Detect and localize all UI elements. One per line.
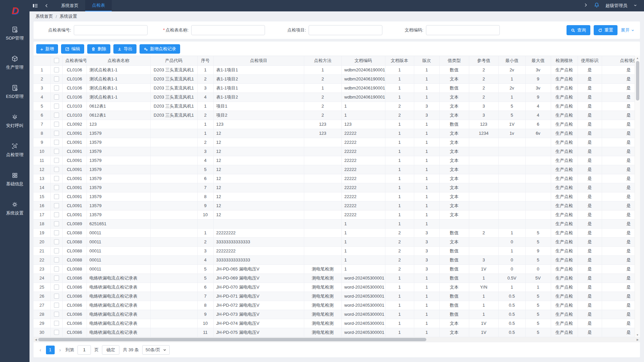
sidebar-item-esd[interactable]: ESD管理 xyxy=(0,84,30,100)
row-checkbox[interactable] xyxy=(54,285,59,290)
vertical-scrollbar[interactable]: ▲ ▼ xyxy=(635,56,640,337)
table-row[interactable]: 1CL0106测试点检表1-1D203 三头直流风机11表1-1项目11wdbm… xyxy=(34,65,635,74)
user-menu-caret-icon[interactable] xyxy=(633,3,637,9)
table-row[interactable]: 18CL00896251651111生产点检是是 xyxy=(34,219,635,228)
row-checkbox[interactable] xyxy=(54,303,59,308)
table-row[interactable]: 8CL0091135791121232222211文本12341v6v生产点检是… xyxy=(34,129,635,138)
vertical-scroll-thumb[interactable] xyxy=(636,61,639,101)
tab-system-home[interactable]: 系统首页 xyxy=(54,0,85,11)
table-row[interactable]: 23CL0088000115JH-PD-065 漏电电压V测电笔检测123数值1… xyxy=(34,264,635,274)
doc-code-input[interactable] xyxy=(426,25,500,35)
forward-arrow-icon[interactable] xyxy=(583,3,588,9)
row-checkbox[interactable] xyxy=(54,294,59,299)
select-all-checkbox[interactable] xyxy=(54,58,59,63)
row-checkbox[interactable] xyxy=(54,276,59,281)
table-row[interactable]: 12CL0091135795122222211文本生产点检是是 xyxy=(34,165,635,174)
row-checkbox[interactable] xyxy=(54,176,59,181)
table-row[interactable]: 15CL0091135798122222211文本生产点检是是 xyxy=(34,192,635,201)
page-number-button[interactable]: 1 xyxy=(46,346,55,354)
add-check-record-button[interactable]: 新增点检记录 xyxy=(140,44,180,54)
sidebar-item-andon[interactable]: 安灯呼叫 xyxy=(0,114,30,129)
sidebar-item-spot-check[interactable]: 点检管理 xyxy=(0,143,30,158)
table-row[interactable]: 3CL0106测试点检表1-1D203 三头直流风机13表1-1项目11wdbm… xyxy=(34,83,635,93)
table-row[interactable]: 19CL008800011122222222123数值215生产点检是是 xyxy=(34,228,635,237)
export-button[interactable]: 导出 xyxy=(113,44,137,54)
row-checkbox[interactable] xyxy=(54,131,59,136)
prev-page-button[interactable]: ‹ xyxy=(38,347,43,353)
back-arrow-icon[interactable] xyxy=(41,0,52,11)
row-checkbox[interactable] xyxy=(54,167,59,172)
sidebar-item-basic-info[interactable]: 基础信息 xyxy=(0,172,30,187)
row-checkbox[interactable] xyxy=(54,149,59,154)
collapse-sidebar-icon[interactable] xyxy=(30,0,41,11)
table-row[interactable]: 29CL0086电烙铁漏电流点检记录表10JH-PD-074 漏电电压V测电笔检… xyxy=(34,319,635,328)
search-button[interactable]: 查询 xyxy=(567,25,590,35)
delete-button[interactable]: 删除 xyxy=(87,44,110,54)
table-row[interactable]: 5CL01030612表1D203 三头直流风机11项目12123文本354生产… xyxy=(34,102,635,111)
page-size-select[interactable]: 50条/页 xyxy=(142,345,170,355)
row-checkbox[interactable] xyxy=(54,203,59,208)
row-checkbox[interactable] xyxy=(54,321,59,326)
expand-toggle[interactable]: 展开 xyxy=(621,27,635,33)
table-row[interactable]: 4CL0106测试点检表1-1D203 三头直流风机14表1-1项目22wdbm… xyxy=(34,93,635,102)
scroll-down-arrow[interactable]: ▼ xyxy=(636,333,639,337)
table-row[interactable]: 21CL008800011322222222123数值19生产点检是是 xyxy=(34,246,635,255)
add-button[interactable]: + 新增 xyxy=(36,44,58,54)
sidebar-item-sop[interactable]: SOP管理 xyxy=(0,26,30,41)
table-row[interactable]: 20CL008800011233333333333333123文本05生产点检是… xyxy=(34,237,635,246)
check-item-input[interactable] xyxy=(309,25,382,35)
row-checkbox[interactable] xyxy=(54,221,59,226)
row-checkbox[interactable] xyxy=(54,257,59,262)
sidebar-item-production[interactable]: 生产管理 xyxy=(0,55,30,70)
table-row[interactable]: 7CL0092123112312312311数值1231V6生产点检是是 xyxy=(34,120,635,129)
table-row[interactable]: 6CL01030612表1D203 三头直流风机12项目22123文本354生产… xyxy=(34,111,635,120)
tab-check-sheet[interactable]: 点检表 xyxy=(85,0,112,11)
row-checkbox[interactable] xyxy=(54,194,59,199)
current-user-label[interactable]: 超级管理员 xyxy=(605,3,627,9)
row-checkbox[interactable] xyxy=(54,158,59,163)
row-checkbox[interactable] xyxy=(54,95,59,100)
row-checkbox[interactable] xyxy=(54,104,59,109)
table-row[interactable]: 16CL0091135799122222211文本生产点检是是 xyxy=(34,201,635,210)
row-checkbox[interactable] xyxy=(54,140,59,145)
table-row[interactable]: 25CL0086电烙铁漏电流点检记录表6JH-PD-070 漏电电压V测电笔检测… xyxy=(34,283,635,292)
edit-button[interactable]: 编辑 xyxy=(61,44,84,54)
table-row[interactable]: 2CL0106测试点检表1-1D203 三头直流风机12表1-1项目22wdbm… xyxy=(34,74,635,83)
table-row[interactable]: 22CL008800011433333333333333123数值305生产点检… xyxy=(34,255,635,264)
horizontal-scroll-thumb[interactable] xyxy=(38,338,426,341)
table-row[interactable]: 27CL0086电烙铁漏电流点检记录表8JH-PD-072 漏电电压V测电笔检测… xyxy=(34,301,635,310)
table-row[interactable]: 30CL0086电烙铁漏电流点检记录表11JH-PD-075 漏电电压V测电笔检… xyxy=(34,328,635,337)
row-checkbox[interactable] xyxy=(54,330,59,335)
row-checkbox[interactable] xyxy=(54,185,59,190)
row-checkbox[interactable] xyxy=(54,67,59,72)
table-row[interactable]: 14CL0091135797122222211文本生产点检是是 xyxy=(34,183,635,192)
row-checkbox[interactable] xyxy=(54,230,59,235)
table-row[interactable]: 26CL0086电烙铁漏电流点检记录表7JH-PD-071 漏电电压V测电笔检测… xyxy=(34,292,635,301)
next-page-button[interactable]: › xyxy=(58,347,62,353)
goto-confirm-button[interactable]: 确定 xyxy=(102,345,119,355)
sidebar-item-system-settings[interactable]: 系统设置 xyxy=(0,201,30,216)
notification-bell-icon[interactable] xyxy=(594,2,599,9)
row-checkbox[interactable] xyxy=(54,76,59,81)
row-checkbox[interactable] xyxy=(54,248,59,253)
sheet-name-input[interactable] xyxy=(191,25,265,35)
scroll-right-arrow[interactable]: ▶ xyxy=(635,338,640,341)
breadcrumb-home[interactable]: 系统首页 xyxy=(36,13,53,19)
goto-page-input[interactable] xyxy=(77,345,91,355)
table-row[interactable]: 17CL00911357910122222211文本生产点检是是 xyxy=(34,210,635,219)
table-row[interactable]: 9CL0091135792122222211文本生产点检是是 xyxy=(34,138,635,147)
horizontal-scrollbar[interactable]: ◀ ▶ xyxy=(34,337,640,342)
table-row[interactable]: 11CL0091135794122222211文本生产点检是是 xyxy=(34,156,635,165)
table-row[interactable]: 24CL0086电烙铁漏电流点检记录表5JH-PD-069 漏电电压V测电笔检测… xyxy=(34,274,635,283)
row-checkbox[interactable] xyxy=(54,312,59,317)
table-row[interactable]: 13CL0091135796122222211文本生产点检是是 xyxy=(34,174,635,183)
row-checkbox[interactable] xyxy=(54,122,59,127)
row-checkbox[interactable] xyxy=(54,239,59,244)
row-checkbox[interactable] xyxy=(54,85,59,90)
row-checkbox[interactable] xyxy=(54,113,59,118)
reset-button[interactable]: 重置 xyxy=(594,25,618,35)
scroll-left-arrow[interactable]: ◀ xyxy=(34,338,38,341)
sheet-code-input[interactable] xyxy=(74,25,148,35)
table-row[interactable]: 10CL0091135793122222211文本生产点检是是 xyxy=(34,147,635,156)
table-row[interactable]: 28CL0086电烙铁漏电流点检记录表9JH-PD-073 漏电电压V测电笔检测… xyxy=(34,310,635,319)
